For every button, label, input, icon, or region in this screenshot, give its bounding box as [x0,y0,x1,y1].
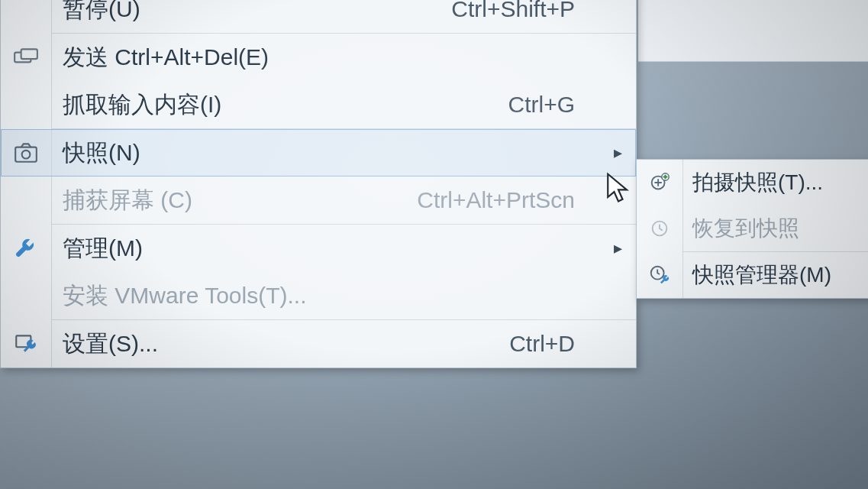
menu-label: 发送 Ctrl+Alt+Del(E) [52,42,575,73]
submenu-arrow-icon: ▸ [596,143,636,163]
menu-label: 快照(N) [52,138,575,169]
send-cad-icon [1,44,51,70]
menu-label: 管理(M) [52,233,575,264]
menu-label: 恢复到快照 [683,214,868,243]
background-panel [638,0,868,62]
vm-context-menu: 暂停(U) Ctrl+Shift+P 发送 Ctrl+Alt+Del(E) 抓取… [0,0,637,368]
menu-label: 快照管理器(M) [683,261,868,290]
clock-icon [637,217,682,240]
menu-accel: Ctrl+G [508,92,596,118]
camera-plus-icon [637,171,682,194]
svg-point-3 [22,151,31,159]
submenu-item-snapshot-manager[interactable]: 快照管理器(M) [637,252,868,298]
menu-item-settings[interactable]: 设置(S)... Ctrl+D [1,320,636,368]
menu-label: 抓取输入内容(I) [52,89,508,121]
menu-label: 暂停(U) [52,0,451,25]
menu-label: 拍摄快照(T)... [683,168,868,197]
svg-rect-2 [15,147,37,162]
menu-item-capture-screen: 捕获屏幕 (C) Ctrl+Alt+PrtScn [1,176,636,224]
wrench-icon [1,235,51,261]
menu-item-send-cad[interactable]: 发送 Ctrl+Alt+Del(E) [1,34,636,81]
snapshot-icon [1,140,51,166]
menu-item-grab-input[interactable]: 抓取输入内容(I) Ctrl+G [1,81,636,128]
snapshot-submenu: 拍摄快照(T)... 恢复到快照 快照管理器(M) [636,159,868,299]
menu-accel: Ctrl+Shift+P [451,0,596,22]
menu-item-install-vmware-tools: 安装 VMware Tools(T)... [1,272,636,319]
menu-item-pause[interactable]: 暂停(U) Ctrl+Shift+P [1,0,636,33]
menu-item-manage[interactable]: 管理(M) ▸ [1,225,636,272]
menu-accel: Ctrl+D [509,331,596,357]
submenu-item-take-snapshot[interactable]: 拍摄快照(T)... [637,160,868,206]
submenu-item-revert-snapshot: 恢复到快照 [637,206,868,251]
menu-item-snapshot[interactable]: 快照(N) ▸ [1,129,636,176]
menu-label: 安装 VMware Tools(T)... [52,280,575,312]
clock-wrench-icon [637,264,682,287]
menu-label: 设置(S)... [52,329,509,360]
menu-accel: Ctrl+Alt+PrtScn [417,187,596,213]
menu-label: 捕获屏幕 (C) [52,185,417,216]
submenu-arrow-icon: ▸ [596,238,636,258]
settings-icon [1,331,51,357]
svg-rect-1 [21,49,37,59]
